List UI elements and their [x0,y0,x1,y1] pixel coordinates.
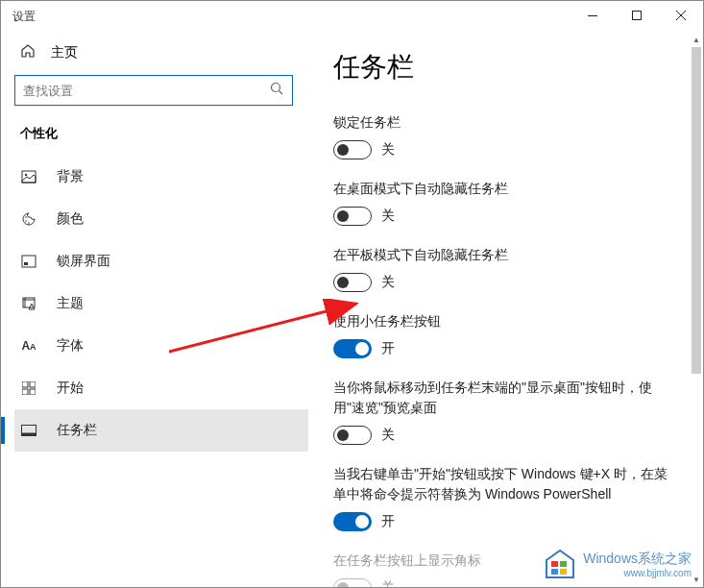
toggle-state-text: 关 [381,427,395,444]
svg-point-9 [25,220,27,222]
main-panel: 任务栏 锁定任务栏 关 在桌面模式下自动隐藏任务栏 关 在平板模式下自动隐藏任务… [308,32,703,587]
svg-rect-24 [560,569,567,575]
close-icon [676,11,686,20]
svg-rect-19 [22,433,36,436]
watermark-brand: Windows系统之家 [583,551,692,566]
toggle-switch[interactable] [333,207,372,226]
scrollbar-thumb[interactable] [692,47,701,374]
sidebar-item-label: 背景 [57,168,84,185]
setting-peek-desktop: 当你将鼠标移动到任务栏末端的"显示桌面"按钮时，使用"速览"预览桌面 关 [333,378,676,445]
setting-label: 当你将鼠标移动到任务栏末端的"显示桌面"按钮时，使用"速览"预览桌面 [333,378,676,418]
fonts-icon: AA [20,339,37,353]
watermark: Windows系统之家 www.bjjmlv.com [543,547,692,581]
home-icon [20,43,36,61]
scroll-down-button[interactable]: ▼ [690,572,703,587]
scrollbar-track[interactable] [690,47,703,572]
taskbar-icon [20,425,37,436]
search-field[interactable] [23,84,270,98]
minimize-button[interactable] [570,1,615,30]
watermark-logo [543,547,577,581]
svg-rect-22 [560,561,567,567]
sidebar-item-themes[interactable]: 主题 [14,282,308,325]
toggle-switch[interactable] [333,339,372,358]
title-bar: 设置 [1,1,703,32]
toggle-state-text: 关 [381,141,395,159]
nav-list: 背景 颜色 锁屏界面 主题 AA 字体 开始 [14,156,308,452]
svg-rect-16 [22,389,28,395]
home-label: 主页 [51,44,78,61]
toggle-state-text: 关 [381,208,395,225]
svg-line-5 [279,90,283,94]
svg-rect-0 [588,15,597,16]
window-title: 设置 [12,9,36,25]
toggle-state-text: 开 [381,340,395,357]
setting-powershell: 当我右键单击"开始"按钮或按下 Windows 键+X 时，在菜单中将命令提示符… [333,464,676,531]
scroll-up-button[interactable]: ▲ [690,32,703,47]
toggle-state-text: 关 [381,274,395,291]
svg-rect-17 [30,389,36,395]
toggle-state-text: 开 [381,513,395,530]
palette-icon [20,211,37,227]
themes-icon [20,296,37,311]
minimize-icon [588,15,597,16]
svg-rect-1 [633,12,642,20]
page-title: 任务栏 [333,49,676,86]
svg-rect-6 [22,171,36,183]
search-icon [270,82,284,100]
section-title: 个性化 [14,125,308,156]
maximize-icon [632,11,642,20]
picture-icon [20,169,37,184]
watermark-url: www.bjjmlv.com [583,568,692,578]
sidebar-item-label: 锁屏界面 [57,253,110,270]
toggle-switch[interactable] [333,512,372,531]
sidebar-item-label: 字体 [57,337,84,355]
svg-rect-23 [551,569,558,575]
sidebar-item-label: 颜色 [57,210,84,228]
setting-autohide-tablet: 在平板模式下自动隐藏任务栏 关 [333,245,676,292]
lockscreen-icon [20,254,37,269]
start-icon [20,381,37,395]
svg-point-10 [28,222,30,224]
setting-label: 在平板模式下自动隐藏任务栏 [333,245,676,265]
setting-small-buttons: 使用小任务栏按钮 开 [333,311,676,358]
sidebar-item-taskbar[interactable]: 任务栏 [14,409,308,452]
toggle-switch [333,578,372,587]
toggle-switch[interactable] [333,426,372,445]
svg-point-4 [272,83,280,91]
toggle-state-text: 关 [381,579,395,587]
toggle-switch[interactable] [333,140,372,159]
setting-label: 锁定任务栏 [333,112,676,133]
sidebar-item-label: 主题 [57,295,84,312]
setting-label: 使用小任务栏按钮 [333,311,676,331]
svg-rect-11 [22,256,36,267]
sidebar-item-label: 任务栏 [57,422,97,439]
sidebar-item-fonts[interactable]: AA 字体 [14,325,308,367]
sidebar-item-colors[interactable]: 颜色 [14,198,308,240]
scrollbar[interactable]: ▲ ▼ [690,32,703,587]
svg-point-7 [25,174,27,176]
home-link[interactable]: 主页 [14,39,308,75]
setting-label: 当我右键单击"开始"按钮或按下 Windows 键+X 时，在菜单中将命令提示符… [333,464,676,504]
sidebar-item-background[interactable]: 背景 [14,156,308,198]
svg-point-8 [25,216,27,218]
sidebar-item-lockscreen[interactable]: 锁屏界面 [14,240,308,282]
maximize-button[interactable] [615,1,659,30]
close-button[interactable] [659,1,703,30]
setting-lock-taskbar: 锁定任务栏 关 [333,112,676,159]
content-area: 主页 个性化 背景 颜色 锁屏界面 主题 [1,32,703,587]
toggle-switch[interactable] [333,273,372,292]
search-input[interactable] [14,75,293,106]
svg-rect-21 [551,561,558,567]
window-controls [570,1,703,30]
sidebar: 主页 个性化 背景 颜色 锁屏界面 主题 [1,32,308,587]
sidebar-item-start[interactable]: 开始 [14,367,308,409]
setting-label: 在桌面模式下自动隐藏任务栏 [333,179,676,199]
svg-rect-15 [30,381,36,387]
svg-rect-14 [22,381,28,387]
sidebar-item-label: 开始 [57,380,84,397]
svg-rect-12 [24,262,28,265]
setting-autohide-desktop: 在桌面模式下自动隐藏任务栏 关 [333,179,676,226]
